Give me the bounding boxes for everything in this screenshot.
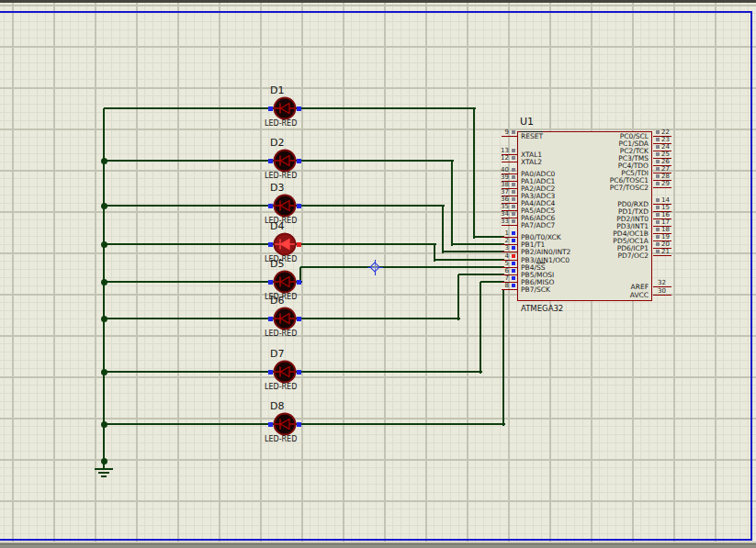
led-ref-label: D4 bbox=[270, 220, 284, 232]
pin-stub[interactable] bbox=[653, 295, 671, 296]
led-ref-label: D2 bbox=[270, 137, 284, 149]
ground-symbol[interactable] bbox=[101, 475, 107, 477]
wire-segment[interactable] bbox=[104, 423, 276, 425]
led-terminal-square bbox=[297, 422, 301, 427]
pin-state-square bbox=[656, 220, 660, 224]
pin-label: RESET bbox=[521, 132, 543, 140]
pin-stub[interactable] bbox=[653, 255, 671, 256]
ground-symbol[interactable] bbox=[98, 472, 109, 474]
led-d2[interactable] bbox=[272, 148, 298, 173]
led-terminal-square bbox=[268, 280, 273, 285]
pin-number: 15 bbox=[661, 204, 680, 211]
wire-segment[interactable] bbox=[457, 274, 459, 320]
led-d7[interactable] bbox=[272, 359, 298, 385]
led-d6[interactable] bbox=[272, 306, 298, 331]
wire-segment[interactable] bbox=[300, 266, 504, 268]
wire-segment[interactable] bbox=[104, 371, 276, 373]
wire-segment[interactable] bbox=[296, 318, 460, 319]
led-d4[interactable] bbox=[272, 231, 298, 257]
pin-stub[interactable] bbox=[502, 136, 517, 137]
pin-number: 35 bbox=[483, 203, 509, 210]
pin-state-square bbox=[512, 262, 515, 265]
pin-label: AREF bbox=[566, 283, 649, 291]
chip-value-label: ATMEGA32 bbox=[521, 305, 563, 313]
sheet-border-bottom bbox=[0, 539, 752, 541]
pin-stub[interactable] bbox=[502, 289, 517, 290]
led-part-label: LED-RED bbox=[265, 172, 297, 180]
pin-stub[interactable] bbox=[653, 187, 671, 188]
wire-segment[interactable] bbox=[104, 243, 276, 245]
junction-dot bbox=[101, 241, 107, 248]
led-terminal-square bbox=[268, 317, 273, 321]
led-part-label: LED-RED bbox=[265, 435, 297, 443]
led-d3[interactable] bbox=[272, 193, 298, 218]
pin-number: 34 bbox=[483, 210, 509, 218]
pin-number: 4 bbox=[483, 252, 509, 260]
horizontal-scrollbar[interactable] bbox=[0, 543, 756, 548]
wire-segment[interactable] bbox=[296, 160, 454, 162]
led-d1[interactable] bbox=[272, 95, 298, 121]
wire-segment[interactable] bbox=[473, 108, 475, 239]
schematic-canvas[interactable]: U1 ATMEGA32 9RESET13XTAL112XTAL240PA0/AD… bbox=[0, 0, 756, 548]
wire-segment[interactable] bbox=[104, 107, 276, 109]
wire-segment[interactable] bbox=[296, 205, 445, 207]
pin-state-square bbox=[656, 174, 660, 178]
pin-label: XTAL2 bbox=[521, 158, 542, 166]
led-terminal-square bbox=[297, 370, 301, 375]
pin-number: 8 bbox=[483, 282, 509, 289]
pin-state-square bbox=[656, 198, 660, 202]
pin-number: 16 bbox=[661, 211, 680, 218]
wire-segment[interactable] bbox=[104, 281, 276, 283]
sheet-border-right bbox=[750, 11, 752, 541]
pin-label: PD7/OC2 bbox=[566, 252, 649, 260]
pin-state-square bbox=[512, 156, 515, 160]
led-terminal-square bbox=[297, 106, 301, 111]
led-d5[interactable] bbox=[272, 269, 298, 295]
led-symbol bbox=[272, 95, 298, 121]
pin-number: 33 bbox=[483, 218, 509, 225]
led-ref-label: D8 bbox=[270, 400, 284, 412]
led-terminal-square bbox=[268, 370, 273, 375]
led-symbol bbox=[272, 148, 298, 173]
sheet-border-top bbox=[0, 11, 752, 13]
pin-number: 9 bbox=[483, 129, 509, 136]
wire-segment[interactable] bbox=[104, 160, 276, 162]
led-terminal-square bbox=[297, 159, 301, 163]
pin-state-square bbox=[512, 254, 515, 258]
pin-state-square bbox=[512, 212, 515, 216]
wire-segment[interactable] bbox=[442, 206, 444, 253]
wire-segment[interactable] bbox=[296, 423, 505, 425]
wire-segment[interactable] bbox=[104, 318, 276, 319]
led-symbol bbox=[272, 193, 298, 218]
pin-number: 1 bbox=[483, 229, 509, 237]
pin-stub[interactable] bbox=[502, 225, 517, 226]
wire-segment[interactable] bbox=[296, 371, 482, 373]
wire-segment[interactable] bbox=[480, 282, 481, 374]
junction-dot bbox=[101, 458, 107, 464]
pin-number: 18 bbox=[661, 226, 680, 233]
pin-state-square bbox=[656, 235, 660, 239]
pin-state-square bbox=[656, 213, 660, 217]
ground-symbol[interactable] bbox=[95, 468, 113, 470]
led-ref-label: D6 bbox=[270, 295, 284, 307]
wire-segment[interactable] bbox=[502, 289, 504, 426]
led-symbol bbox=[272, 359, 298, 385]
junction-dot bbox=[101, 203, 107, 209]
pin-state-square bbox=[656, 206, 660, 209]
pin-state-square bbox=[512, 246, 515, 250]
pin-state-square bbox=[656, 242, 660, 246]
led-part-label: LED-RED bbox=[265, 330, 297, 338]
wire-segment[interactable] bbox=[104, 205, 276, 207]
wire-segment[interactable] bbox=[296, 243, 436, 245]
led-terminal-square bbox=[268, 106, 273, 111]
led-part-label: LED-RED bbox=[265, 119, 297, 128]
junction-dot bbox=[101, 421, 107, 428]
led-d8[interactable] bbox=[272, 411, 298, 437]
pin-number: 30 bbox=[658, 287, 676, 295]
pin-stub[interactable] bbox=[502, 162, 517, 162]
pin-number: 12 bbox=[483, 154, 509, 162]
pin-state-square bbox=[656, 228, 660, 231]
wire-segment[interactable] bbox=[451, 161, 453, 246]
led-symbol bbox=[272, 231, 298, 257]
wire-segment[interactable] bbox=[296, 107, 476, 109]
